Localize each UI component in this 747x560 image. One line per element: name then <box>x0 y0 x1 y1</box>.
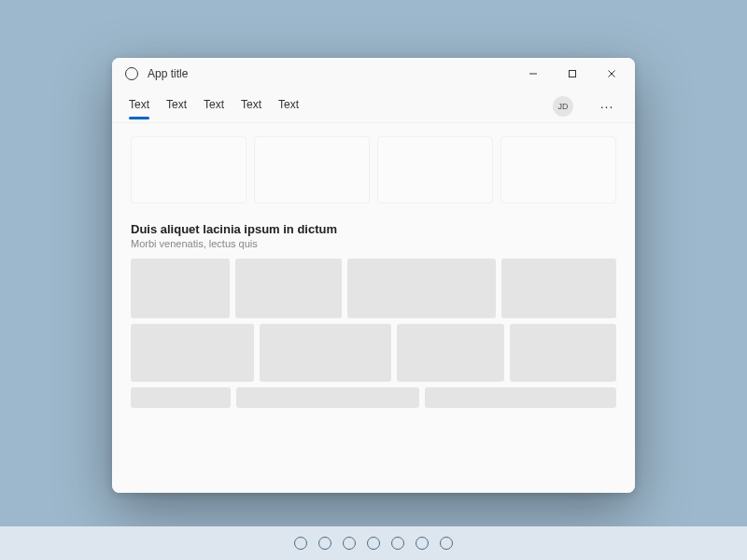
tab-4[interactable]: Text <box>278 94 299 119</box>
more-button[interactable]: ··· <box>596 95 618 118</box>
hero-card[interactable] <box>254 136 370 203</box>
tab-label: Text <box>166 98 187 111</box>
window-title: App title <box>148 67 514 80</box>
grid-tile[interactable] <box>236 387 419 408</box>
maximize-button[interactable] <box>553 60 592 88</box>
minimize-button[interactable] <box>514 60 553 88</box>
hero-card[interactable] <box>131 136 247 203</box>
tab-label: Text <box>129 98 149 111</box>
grid-tile[interactable] <box>510 324 616 382</box>
section-title: Duis aliquet lacinia ipsum in dictum <box>131 222 616 236</box>
taskbar-icon[interactable] <box>416 537 429 550</box>
taskbar-icon[interactable] <box>294 537 307 550</box>
taskbar-icon[interactable] <box>440 537 453 550</box>
taskbar-icon[interactable] <box>391 537 404 550</box>
tab-bar: Text Text Text Text Text JD ··· <box>112 90 635 123</box>
hero-card[interactable] <box>500 136 616 203</box>
hero-card[interactable] <box>377 136 493 203</box>
grid-tile[interactable] <box>347 259 496 318</box>
tab-3[interactable]: Text <box>241 94 261 119</box>
taskbar-icon[interactable] <box>318 537 331 550</box>
grid-tile[interactable] <box>397 324 503 382</box>
close-button[interactable] <box>592 60 631 88</box>
hero-row <box>131 136 616 203</box>
tab-label: Text <box>278 98 299 111</box>
tab-2[interactable]: Text <box>204 94 224 119</box>
grid-tile[interactable] <box>425 387 616 408</box>
svg-rect-1 <box>570 71 576 77</box>
tab-label: Text <box>204 98 224 111</box>
app-icon <box>125 67 138 80</box>
taskbar <box>0 526 747 560</box>
taskbar-icon[interactable] <box>367 537 380 550</box>
grid-tile[interactable] <box>131 387 231 408</box>
grid-tile[interactable] <box>260 324 391 382</box>
avatar[interactable]: JD <box>553 96 573 117</box>
avatar-initials: JD <box>558 102 569 111</box>
tab-0[interactable]: Text <box>129 94 149 119</box>
grid-row <box>131 324 616 382</box>
more-icon: ··· <box>600 99 614 114</box>
tab-label: Text <box>241 98 261 111</box>
grid-tile[interactable] <box>131 324 254 382</box>
grid-row <box>131 259 616 318</box>
grid-tile[interactable] <box>131 259 230 318</box>
content-area: Duis aliquet lacinia ipsum in dictum Mor… <box>112 123 635 493</box>
taskbar-icon[interactable] <box>343 537 356 550</box>
app-window: App title Text Text Text Text Text JD ··… <box>112 58 635 493</box>
tab-1[interactable]: Text <box>166 94 187 119</box>
grid-row <box>131 387 616 408</box>
section-subtitle: Morbi venenatis, lectus quis <box>131 238 616 249</box>
grid-tile[interactable] <box>501 259 616 318</box>
grid-tile[interactable] <box>235 259 342 318</box>
titlebar: App title <box>112 58 635 90</box>
